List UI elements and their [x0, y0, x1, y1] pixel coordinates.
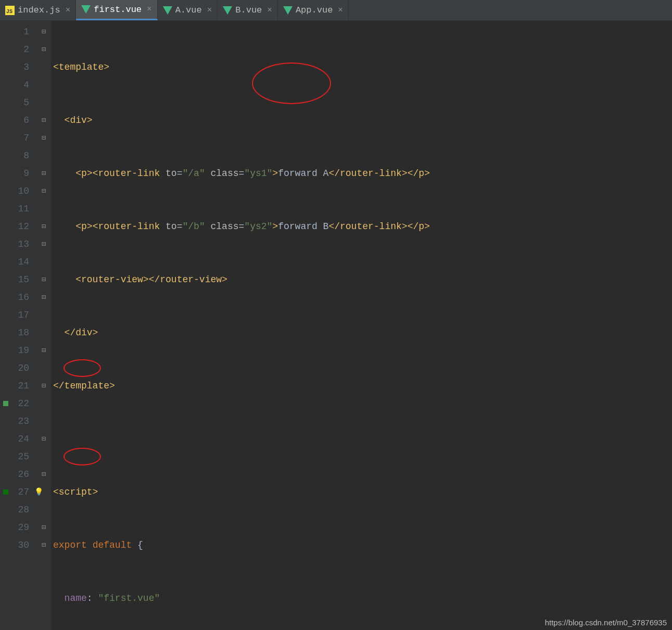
fold-gutter: ⊟ ⊟ ⊟ ⊟ ⊟ ⊟ ⊟ ⊟ ⊟ ⊟ ⊟ ⊟ ⊟ ⊟ 💡 ⊟ ⊟: [36, 21, 51, 630]
line-number: 27: [0, 483, 29, 501]
line-number: 6: [0, 111, 29, 129]
close-icon[interactable]: ×: [147, 5, 152, 14]
line-number: 10: [0, 182, 29, 200]
change-marker-icon: [3, 401, 8, 406]
line-number: 16: [0, 288, 29, 306]
bulb-icon[interactable]: 💡: [36, 483, 51, 501]
close-icon[interactable]: ×: [338, 6, 343, 15]
fold-open-icon[interactable]: ⊟: [36, 165, 51, 182]
fold-close-icon[interactable]: ⊟: [36, 536, 51, 554]
line-number: 15: [0, 271, 29, 288]
fold-open-icon[interactable]: ⊟: [36, 23, 51, 41]
code-line[interactable]: export default {: [51, 536, 672, 554]
fold-close-icon[interactable]: ⊟: [36, 129, 51, 147]
line-number: 26: [0, 465, 29, 483]
js-file-icon: JS: [5, 6, 15, 15]
line-number: 19: [0, 342, 29, 359]
tab-bar: JS index.js × first.vue × A.vue × B.vue …: [0, 0, 672, 21]
vue-file-icon: [283, 6, 293, 15]
fold-close-icon[interactable]: ⊟: [36, 218, 51, 235]
vue-file-icon: [223, 6, 232, 15]
fold-close-icon[interactable]: ⊟: [36, 430, 51, 448]
code-line[interactable]: <p><router-link to="/b" class="ys2">forw…: [51, 218, 672, 235]
fold-guide: [36, 58, 51, 76]
line-number: 25: [0, 448, 29, 465]
editor[interactable]: 1 2 3 4 5 6 7 8 9 10 11 12 13 14 15 16 1…: [0, 21, 672, 630]
code-line[interactable]: <div>: [51, 111, 672, 129]
line-number: 3: [0, 58, 29, 76]
code-line[interactable]: <template>: [51, 58, 672, 76]
tab-label: first.vue: [94, 5, 142, 15]
tab-label: A.vue: [175, 5, 202, 15]
code-line[interactable]: [51, 430, 672, 448]
line-number: 18: [0, 324, 29, 342]
code-area[interactable]: <template> <div> <p><router-link to="/a"…: [51, 21, 672, 630]
line-number: 5: [0, 94, 29, 111]
code-line[interactable]: </div>: [51, 324, 672, 342]
tab-first-vue[interactable]: first.vue ×: [76, 0, 157, 20]
line-number: 9: [0, 165, 29, 182]
tab-b-vue[interactable]: B.vue ×: [218, 0, 278, 20]
close-icon[interactable]: ×: [267, 6, 272, 15]
line-number: 1: [0, 23, 29, 41]
line-number: 13: [0, 235, 29, 253]
fold-close-icon[interactable]: ⊟: [36, 342, 51, 359]
code-line[interactable]: <p><router-link to="/a" class="ys1">forw…: [51, 165, 672, 182]
line-number: 21: [0, 377, 29, 395]
code-line[interactable]: </template>: [51, 377, 672, 395]
tab-index-js[interactable]: JS index.js ×: [0, 0, 76, 20]
vue-file-icon: [81, 5, 91, 14]
fold-open-icon[interactable]: ⊟: [36, 182, 51, 200]
line-number: 23: [0, 412, 29, 430]
line-number: 12: [0, 218, 29, 235]
change-marker-icon: [3, 489, 8, 495]
line-number: 14: [0, 253, 29, 271]
line-number: 2: [0, 41, 29, 58]
tab-a-vue[interactable]: A.vue ×: [158, 0, 218, 20]
fold-close-icon[interactable]: ⊟: [36, 519, 51, 536]
line-number: 28: [0, 501, 29, 519]
tab-label: index.js: [18, 5, 60, 15]
fold-close-icon[interactable]: ⊟: [36, 235, 51, 253]
tab-label: B.vue: [235, 5, 262, 15]
fold-open-icon[interactable]: ⊟: [36, 41, 51, 58]
line-number: 22: [0, 395, 29, 412]
line-number: 11: [0, 200, 29, 218]
close-icon[interactable]: ×: [207, 6, 212, 15]
line-number: 20: [0, 359, 29, 377]
code-line[interactable]: <script>: [51, 483, 672, 501]
line-number: 30: [0, 536, 29, 554]
line-number: 7: [0, 129, 29, 147]
fold-open-icon[interactable]: ⊟: [36, 465, 51, 483]
fold-guide: [36, 76, 51, 94]
fold-open-icon[interactable]: ⊟: [36, 271, 51, 288]
line-number-gutter: 1 2 3 4 5 6 7 8 9 10 11 12 13 14 15 16 1…: [0, 21, 36, 630]
line-number: 4: [0, 76, 29, 94]
tab-label: App.vue: [296, 5, 333, 15]
fold-guide: [36, 94, 51, 111]
code-line[interactable]: name: "first.vue": [51, 589, 672, 607]
code-line[interactable]: <router-view></router-view>: [51, 271, 672, 288]
close-icon[interactable]: ×: [66, 6, 71, 15]
fold-close-icon[interactable]: ⊟: [36, 111, 51, 129]
line-number: 8: [0, 147, 29, 165]
tab-app-vue[interactable]: App.vue ×: [278, 0, 349, 20]
line-number: 17: [0, 306, 29, 324]
vue-file-icon: [163, 6, 172, 15]
fold-open-icon[interactable]: ⊟: [36, 288, 51, 306]
fold-open-icon[interactable]: ⊟: [36, 377, 51, 395]
watermark: https://blog.csdn.net/m0_37876935: [545, 618, 667, 627]
line-number: 29: [0, 519, 29, 536]
line-number: 24: [0, 430, 29, 448]
